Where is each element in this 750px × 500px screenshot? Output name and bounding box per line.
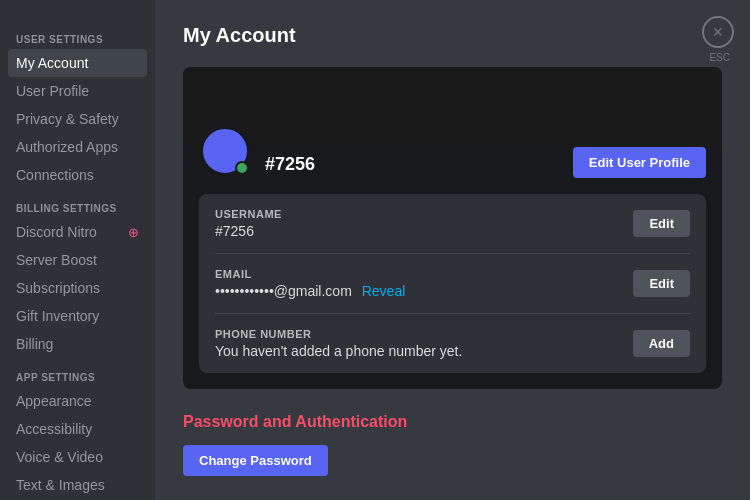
email-detail-content: EMAIL ••••••••••••@gmail.com Reveal [215, 268, 405, 299]
sidebar-item-billing[interactable]: Billing [8, 330, 147, 358]
sidebar: USER SETTINGS My Account User Profile Pr… [0, 0, 155, 500]
edit-profile-button[interactable]: Edit User Profile [573, 147, 706, 178]
username-display: #7256 [265, 154, 315, 175]
phone-label: PHONE NUMBER [215, 328, 462, 340]
section-label-user-settings: USER SETTINGS [8, 28, 155, 49]
sidebar-item-text-images[interactable]: Text & Images [8, 471, 147, 499]
sidebar-item-privacy-safety[interactable]: Privacy & Safety [8, 105, 147, 133]
username-edit-button[interactable]: Edit [633, 210, 690, 237]
email-reveal-link[interactable]: Reveal [362, 283, 406, 299]
email-label: EMAIL [215, 268, 405, 280]
account-details: USERNAME #7256 Edit EMAIL ••••••••••••@g… [199, 194, 706, 373]
sidebar-item-my-account[interactable]: My Account [8, 49, 147, 77]
username-label: USERNAME [215, 208, 282, 220]
phone-add-button[interactable]: Add [633, 330, 690, 357]
sidebar-item-appearance[interactable]: Appearance [8, 387, 147, 415]
avatar-status [235, 161, 249, 175]
sidebar-item-discord-nitro[interactable]: Discord Nitro ⊕ [8, 218, 147, 246]
sidebar-item-server-boost[interactable]: Server Boost [8, 246, 147, 274]
phone-value: You haven't added a phone number yet. [215, 343, 462, 359]
esc-label: ESC [709, 52, 730, 63]
profile-info-row: #7256 Edit User Profile [183, 147, 722, 194]
sidebar-item-voice-video[interactable]: Voice & Video [8, 443, 147, 471]
section-label-billing-settings: BILLING SETTINGS [8, 197, 155, 218]
profile-banner [183, 67, 722, 147]
close-button[interactable]: ✕ [702, 16, 734, 48]
username-value: #7256 [215, 223, 282, 239]
username-detail-content: USERNAME #7256 [215, 208, 282, 239]
phone-detail-row: PHONE NUMBER You haven't added a phone n… [215, 314, 690, 373]
sidebar-item-user-profile[interactable]: User Profile [8, 77, 147, 105]
password-section-title: Password and Authentication [183, 413, 722, 431]
phone-detail-content: PHONE NUMBER You haven't added a phone n… [215, 328, 462, 359]
change-password-button[interactable]: Change Password [183, 445, 328, 476]
sidebar-item-subscriptions[interactable]: Subscriptions [8, 274, 147, 302]
email-value: ••••••••••••@gmail.com Reveal [215, 283, 405, 299]
password-section: Password and Authentication Change Passw… [183, 413, 722, 476]
page-title: My Account [183, 24, 722, 47]
sidebar-item-accessibility[interactable]: Accessibility [8, 415, 147, 443]
email-detail-row: EMAIL ••••••••••••@gmail.com Reveal Edit [215, 254, 690, 314]
main-content: My Account #7256 Edit User Profile USERN… [155, 0, 750, 500]
sidebar-item-connections[interactable]: Connections [8, 161, 147, 189]
email-edit-button[interactable]: Edit [633, 270, 690, 297]
sidebar-item-authorized-apps[interactable]: Authorized Apps [8, 133, 147, 161]
sidebar-item-gift-inventory[interactable]: Gift Inventory [8, 302, 147, 330]
avatar-wrapper [199, 125, 251, 177]
profile-card: #7256 Edit User Profile USERNAME #7256 E… [183, 67, 722, 389]
username-detail-row: USERNAME #7256 Edit [215, 194, 690, 254]
section-label-app-settings: APP SETTINGS [8, 366, 155, 387]
nitro-icon: ⊕ [128, 225, 139, 240]
